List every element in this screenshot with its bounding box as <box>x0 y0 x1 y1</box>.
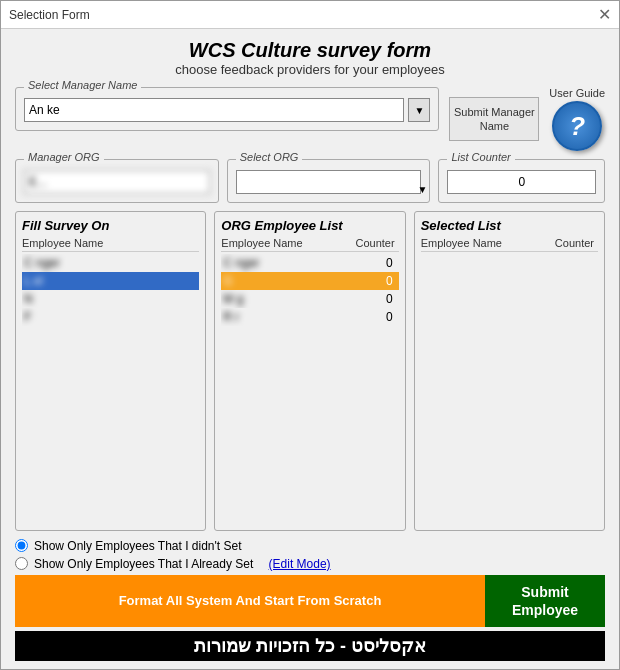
fill-survey-list[interactable]: C nger L el N F <box>22 254 199 526</box>
submit-employee-label: SubmitEmployee <box>512 584 578 618</box>
org-employee-title: ORG Employee List <box>221 218 398 233</box>
edit-mode-link[interactable]: (Edit Mode) <box>269 557 331 571</box>
radio-already-set-label: Show Only Employees That I Already Set <box>34 557 253 571</box>
window-title: Selection Form <box>9 8 90 22</box>
select-manager-legend: Select Manager Name <box>24 79 141 91</box>
list-item[interactable]: M g 0 <box>221 290 398 308</box>
selected-list-header: Employee Name Counter <box>421 237 598 252</box>
item-name: G <box>223 274 351 288</box>
select-org-dropdown[interactable] <box>236 170 422 194</box>
content-area: WCS Culture survey form choose feedback … <box>1 29 619 669</box>
list-item[interactable]: C nger <box>22 254 199 272</box>
list-item[interactable]: L el <box>22 272 199 290</box>
hebrew-banner: אקסליסט - כל הזכויות שמורות <box>15 631 605 661</box>
user-guide-label: User Guide <box>549 87 605 99</box>
item-count: 0 <box>352 274 397 288</box>
fill-survey-col-name: Employee Name <box>22 237 199 249</box>
selected-list[interactable] <box>421 254 598 526</box>
fill-survey-header: Employee Name <box>22 237 199 252</box>
manager-name-select[interactable]: An ke <box>24 98 404 122</box>
manager-org-input[interactable] <box>24 170 210 194</box>
item-count: 0 <box>352 256 397 270</box>
select-org-legend: Select ORG <box>236 151 303 163</box>
item-name: R r <box>223 310 351 324</box>
item-name: C nger <box>223 256 351 270</box>
list-item[interactable]: G 0 <box>221 272 398 290</box>
help-icon: ? <box>569 113 585 139</box>
radio-already-set[interactable] <box>15 557 28 570</box>
bottom-buttons: Format All System And Start From Scratch… <box>15 575 605 627</box>
main-title: WCS Culture survey form <box>15 39 605 62</box>
list-item[interactable]: N <box>22 290 199 308</box>
list-item[interactable]: C nger 0 <box>221 254 398 272</box>
user-guide-box: User Guide ? <box>549 87 605 151</box>
radio-row-1: Show Only Employees That I didn't Set <box>15 539 605 553</box>
help-button[interactable]: ? <box>552 101 602 151</box>
manager-dropdown-row: An ke ▼ <box>24 98 430 122</box>
item-count: 0 <box>352 292 397 306</box>
radio-not-set[interactable] <box>15 539 28 552</box>
item-name: M g <box>223 292 351 306</box>
list-item[interactable]: R r 0 <box>221 308 398 326</box>
radio-not-set-label: Show Only Employees That I didn't Set <box>34 539 242 553</box>
submit-employee-button[interactable]: SubmitEmployee <box>485 575 605 627</box>
fill-survey-panel: Fill Survey On Employee Name C nger L el… <box>15 211 206 531</box>
titlebar: Selection Form ✕ <box>1 1 619 29</box>
format-system-button[interactable]: Format All System And Start From Scratch <box>15 575 485 627</box>
item-count: 0 <box>352 310 397 324</box>
header-section: WCS Culture survey form choose feedback … <box>15 39 605 77</box>
fill-survey-title: Fill Survey On <box>22 218 199 233</box>
list-counter-legend: List Counter <box>447 151 514 163</box>
item-name: L el <box>24 274 197 288</box>
item-name: N <box>24 292 197 306</box>
select-manager-fieldset: Select Manager Name An ke ▼ <box>15 87 439 131</box>
select-org-fieldset: Select ORG ▼ <box>227 159 431 203</box>
close-button[interactable]: ✕ <box>598 7 611 23</box>
bottom-section: Show Only Employees That I didn't Set Sh… <box>15 539 605 661</box>
list-counter-input <box>447 170 596 194</box>
org-col-name: Employee Name <box>221 237 353 249</box>
dropdown-arrow-button[interactable]: ▼ <box>408 98 430 122</box>
selected-list-title: Selected List <box>421 218 598 233</box>
list-item[interactable]: F <box>22 308 199 326</box>
manager-org-legend: Manager ORG <box>24 151 104 163</box>
manager-org-fieldset: Manager ORG <box>15 159 219 203</box>
org-row: Manager ORG Select ORG ▼ List Counter <box>15 159 605 203</box>
item-name: F <box>24 310 197 324</box>
org-employee-list-panel: ORG Employee List Employee Name Counter … <box>214 211 405 531</box>
lists-row: Fill Survey On Employee Name C nger L el… <box>15 211 605 531</box>
list-counter-fieldset: List Counter <box>438 159 605 203</box>
org-employee-header: Employee Name Counter <box>221 237 398 252</box>
selected-col-name: Employee Name <box>421 237 553 249</box>
org-col-counter: Counter <box>354 237 399 249</box>
selected-list-panel: Selected List Employee Name Counter <box>414 211 605 531</box>
subtitle: choose feedback providers for your emplo… <box>15 62 605 77</box>
top-row: Select Manager Name An ke ▼ Submit Manag… <box>15 87 605 151</box>
submit-manager-button[interactable]: Submit Manager Name <box>449 97 539 141</box>
main-window: Selection Form ✕ WCS Culture survey form… <box>0 0 620 670</box>
radio-row-2: Show Only Employees That I Already Set (… <box>15 557 605 571</box>
item-name: C nger <box>24 256 197 270</box>
org-employee-list[interactable]: C nger 0 G 0 M g 0 R r 0 <box>221 254 398 526</box>
selected-col-counter: Counter <box>553 237 598 249</box>
